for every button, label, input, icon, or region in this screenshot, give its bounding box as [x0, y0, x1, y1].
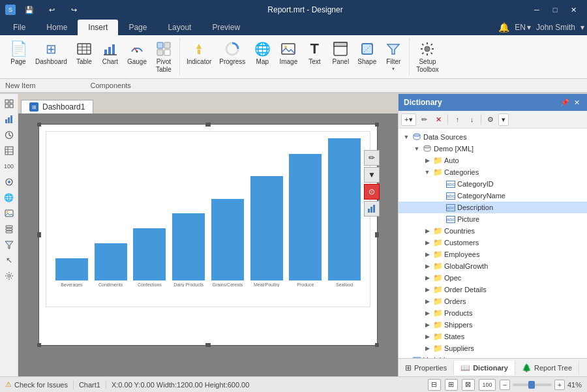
toggle-demo[interactable]: ▼	[412, 143, 422, 154]
sidebar-layers-icon[interactable]	[2, 222, 16, 236]
tree-states[interactable]: ▶ 📁 States	[399, 331, 587, 342]
menu-file[interactable]: File	[3, 20, 36, 35]
insert-page-btn[interactable]: 📄 Page	[5, 38, 31, 68]
float-filter-btn[interactable]: ▼	[364, 167, 380, 183]
toggle-states[interactable]: ▶	[422, 331, 432, 342]
handle-right[interactable]	[375, 232, 379, 237]
tree-countries[interactable]: ▶ 📁 Countries	[399, 225, 587, 237]
notification-icon[interactable]: 🔔	[498, 22, 509, 33]
toggle-employees[interactable]: ▶	[422, 249, 432, 260]
toggle-customers[interactable]: ▶	[422, 237, 432, 248]
insert-table-btn[interactable]: Table	[71, 38, 97, 68]
tree-categories[interactable]: ▼ 📁 Categories	[399, 166, 587, 178]
tree-root-datasources[interactable]: ▼ Data Sources	[399, 131, 587, 143]
zoom-in-btn[interactable]: +	[554, 380, 565, 390]
handle-bottom[interactable]	[205, 343, 211, 347]
toggle-suppliers[interactable]: ▶	[422, 343, 432, 354]
language-selector[interactable]: EN ▾	[515, 23, 531, 32]
tree-categoryid[interactable]: ▶ abc CategoryID	[399, 178, 587, 190]
toggle-categories[interactable]: ▼	[422, 167, 432, 177]
insert-dashboard-btn[interactable]: ⊞ Dashboard	[31, 38, 71, 68]
handle-left[interactable]	[37, 232, 41, 237]
sidebar-image-icon[interactable]	[2, 206, 16, 220]
zoom-thumb[interactable]	[528, 381, 535, 389]
tree-products[interactable]: ▶ 📁 Products	[399, 307, 587, 319]
toggle-orderdetails[interactable]: ▶	[422, 284, 432, 295]
sidebar-gear-icon[interactable]	[2, 269, 16, 283]
handle-tr[interactable]	[375, 123, 379, 127]
sidebar-filter-icon[interactable]	[2, 237, 16, 252]
insert-panel-btn[interactable]: Panel	[327, 38, 354, 68]
tree-container[interactable]: ▼ Data Sources ▼ Demo	[399, 128, 587, 358]
handle-tl[interactable]	[37, 123, 41, 127]
toggle-auto[interactable]: ▶	[422, 155, 432, 166]
status-icon-4[interactable]: 100	[479, 379, 496, 391]
insert-text-btn[interactable]: T Text	[301, 38, 327, 68]
menu-page[interactable]: Page	[118, 20, 157, 35]
handle-br[interactable]	[375, 343, 379, 347]
toggle-globalgrowth[interactable]: ▶	[422, 261, 432, 271]
close-panel-btn[interactable]: ✕	[571, 97, 582, 108]
tab-dictionary[interactable]: 📖 Dictionary	[454, 361, 515, 375]
status-icon-2[interactable]: ⊞	[445, 379, 458, 391]
float-circle-btn[interactable]: ⊙	[364, 184, 380, 200]
redo-btn[interactable]: ↪	[65, 3, 82, 16]
tree-globalgrowth[interactable]: ▶ 📁 GlobalGrowth	[399, 260, 587, 272]
sidebar-number-icon[interactable]: 100	[2, 159, 16, 173]
save-btn[interactable]: 💾	[21, 3, 38, 16]
insert-map-btn[interactable]: 🌐 Map	[249, 38, 275, 68]
toggle-products[interactable]: ▶	[422, 308, 432, 318]
check-issues-item[interactable]: ⚠ Check for Issues	[5, 380, 68, 389]
pin-btn[interactable]: 📌	[560, 97, 570, 108]
insert-image-btn[interactable]: Image	[275, 38, 301, 68]
dashboard-tab[interactable]: ⊞ Dashboard1	[21, 100, 93, 113]
tree-orders[interactable]: ▶ 📁 Orders	[399, 295, 587, 307]
toggle-datasources[interactable]: ▼	[401, 132, 412, 142]
sidebar-cursor-icon[interactable]: ↖	[2, 253, 16, 267]
delete-tool-btn[interactable]: ✕	[432, 113, 445, 126]
tree-employees[interactable]: ▶ 📁 Employees	[399, 249, 587, 260]
sidebar-clock-icon[interactable]	[2, 128, 16, 142]
settings-dropdown[interactable]: ▾	[498, 113, 509, 126]
tree-auto[interactable]: ▶ 📁 Auto	[399, 155, 587, 166]
status-icon-1[interactable]: ⊟	[428, 379, 441, 391]
tree-picture[interactable]: ▶ abc Picture	[399, 213, 587, 225]
tree-shippers[interactable]: ▶ 📁 Shippers	[399, 319, 587, 331]
up-tool-btn[interactable]: ↑	[451, 113, 464, 126]
handle-top[interactable]	[205, 123, 211, 127]
insert-setuptoolbox-btn[interactable]: SetupToolbox	[412, 38, 442, 76]
insert-indicator-btn[interactable]: Indicator	[183, 38, 215, 68]
tab-report-tree[interactable]: 🌲 Report Tree	[515, 361, 579, 375]
menu-home[interactable]: Home	[36, 20, 78, 35]
maximize-btn[interactable]: □	[547, 3, 564, 16]
insert-gauge-btn[interactable]: Gauge	[123, 38, 151, 68]
sidebar-globe-icon[interactable]: 🌐	[2, 190, 16, 205]
menu-layout[interactable]: Layout	[157, 20, 202, 35]
tree-orderdetails[interactable]: ▶ 📁 Order Details	[399, 284, 587, 295]
toggle-countries[interactable]: ▶	[422, 226, 432, 236]
insert-chart-btn[interactable]: Chart	[97, 38, 123, 68]
undo-btn[interactable]: ↩	[43, 3, 60, 16]
minimize-btn[interactable]: ─	[528, 3, 545, 16]
tree-demo-xml[interactable]: ▼ Demo [XML]	[399, 143, 587, 155]
edit-tool-btn[interactable]: ✏	[417, 113, 430, 126]
insert-shape-btn[interactable]: Shape	[354, 38, 380, 68]
user-arrow[interactable]: ▾	[580, 23, 584, 32]
close-btn[interactable]: ✕	[565, 3, 582, 16]
insert-filter-btn[interactable]: Filter ▾	[380, 38, 406, 74]
zoom-slider[interactable]	[513, 384, 552, 386]
tree-suppliers[interactable]: ▶ 📁 Suppliers	[399, 342, 587, 354]
toggle-opec[interactable]: ▶	[422, 273, 432, 283]
menu-insert[interactable]: Insert	[78, 20, 118, 35]
add-dropdown[interactable]: + ▾	[401, 113, 416, 126]
handle-bl[interactable]	[37, 343, 41, 347]
tree-customers[interactable]: ▶ 📁 Customers	[399, 237, 587, 249]
menu-preview[interactable]: Preview	[202, 20, 250, 35]
toggle-orders[interactable]: ▶	[422, 296, 432, 307]
tree-categoryname[interactable]: ▶ abc CategoryName	[399, 190, 587, 202]
toggle-shippers[interactable]: ▶	[422, 320, 432, 330]
user-name[interactable]: John Smith	[536, 23, 575, 32]
status-icon-3[interactable]: ⊠	[462, 379, 475, 391]
tree-description[interactable]: ▶ abc Description	[399, 202, 587, 213]
canvas-content[interactable]: Beverages Condiments Confections Da	[18, 113, 398, 376]
